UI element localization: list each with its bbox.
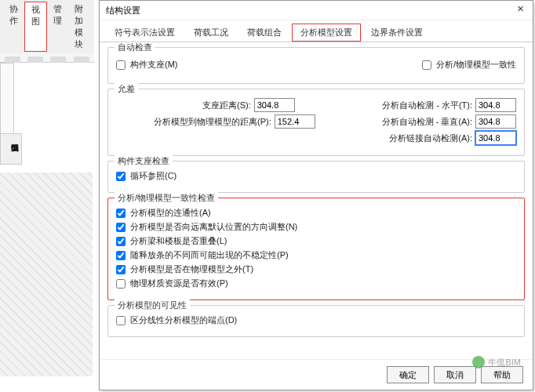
side-edit-type[interactable]: 编辑类型 — [0, 133, 22, 165]
chk-overlap[interactable]: 分析梁和楼板是否重叠(L) — [116, 235, 516, 247]
ribbon-tab-manage[interactable]: 管理 — [47, 2, 68, 52]
ribbon-tab-addins[interactable]: 附加模块 — [68, 2, 91, 52]
ribbon-tab-view[interactable]: 视图 — [24, 2, 47, 52]
ribbon: 协作 视图 管理 附加模块 清除未使用 项目单位 结构设置 MEP设置 — [0, 0, 94, 63]
param-link-auto: 分析链接自动检测(A): — [389, 131, 516, 145]
tab-loadcase[interactable]: 荷载工况 — [185, 24, 237, 42]
param-auto-v: 分析自动检测 - 垂直(A): — [382, 114, 517, 129]
input-auto-h[interactable] — [475, 98, 516, 112]
chk-material[interactable]: 物理材质资源是否有效(P) — [116, 278, 516, 289]
input-link-auto[interactable] — [475, 131, 516, 145]
dialog-footer: 确定 取消 帮助 — [100, 359, 533, 390]
input-model-dist[interactable] — [275, 114, 315, 129]
group-title-tolerance: 允差 — [115, 83, 138, 95]
ribbon-tab-collab[interactable]: 协作 — [3, 2, 24, 52]
watermark: 牛侃BIM — [472, 356, 521, 368]
group-title-visibility: 分析模型的可见性 — [115, 299, 190, 311]
param-model-dist: 分析模型到物理模型的距离(P): — [154, 114, 315, 129]
wechat-icon — [472, 356, 485, 368]
chk-instability[interactable]: 随释放条的不同而可能出现的不稳定性(P) — [116, 249, 516, 261]
tab-symbol[interactable]: 符号表示法设置 — [106, 24, 184, 42]
chk-adjust[interactable]: 分析模型是否向远离默认位置的方向调整(N) — [116, 221, 516, 233]
dialog-title: 结构设置 — [106, 5, 140, 16]
chk-outside[interactable]: 分析模型是否在物理模型之外(T) — [116, 263, 516, 275]
group-support-check: 构件支座检查 循环参照(C) — [107, 161, 525, 193]
cancel-button[interactable]: 取消 — [434, 366, 476, 383]
tab-analytical[interactable]: 分析模型设置 — [292, 24, 361, 42]
group-title-consistency: 分析/物理模型一致性检查 — [115, 192, 218, 204]
close-icon[interactable]: ✕ — [514, 4, 526, 16]
dialog-tabs: 符号表示法设置 荷载工况 荷载组合 分析模型设置 边界条件设置 — [100, 20, 533, 42]
group-tolerance: 允差 支座距离(S): 分析自动检测 - 水平(T): 分析模型到物理模型的距离… — [107, 89, 525, 156]
chk-member-support[interactable]: 构件支座(M) — [116, 59, 178, 71]
dialog-body: 自动检查 构件支座(M) 分析/物理模型一致性 允差 支座距离(S): 分析自动… — [100, 42, 533, 359]
param-support-dist: 支座距离(S): — [202, 98, 295, 112]
group-title-support-check: 构件支座检查 — [115, 155, 173, 167]
ribbon-tabs: 协作 视图 管理 附加模块 — [0, 0, 94, 53]
input-auto-v[interactable] — [475, 114, 516, 129]
group-title-autocheck: 自动检查 — [115, 42, 155, 53]
chk-connectivity[interactable]: 分析模型的连通性(A) — [116, 207, 516, 219]
tab-loadcombo[interactable]: 荷载组合 — [238, 24, 290, 42]
dialog-titlebar: 结构设置 ✕ — [100, 1, 533, 20]
group-consistency: 分析/物理模型一致性检查 分析模型的连通性(A) 分析模型是否向远离默认位置的方… — [107, 198, 525, 300]
model-3d — [0, 172, 93, 376]
help-button[interactable]: 帮助 — [481, 366, 523, 383]
chk-circular[interactable]: 循环参照(C) — [116, 170, 516, 182]
structural-settings-dialog: 结构设置 ✕ 符号表示法设置 荷载工况 荷载组合 分析模型设置 边界条件设置 自… — [99, 0, 533, 390]
tab-boundary[interactable]: 边界条件设置 — [362, 24, 431, 42]
chk-consistency-auto[interactable]: 分析/物理模型一致性 — [422, 59, 516, 71]
ok-button[interactable]: 确定 — [387, 366, 429, 383]
input-support-dist[interactable] — [254, 98, 295, 112]
group-visibility: 分析模型的可见性 区分线性分析模型的端点(D) — [107, 305, 525, 337]
param-auto-h: 分析自动检测 - 水平(T): — [382, 98, 516, 112]
chk-diff-endpoints[interactable]: 区分线性分析模型的端点(D) — [116, 314, 516, 326]
group-autocheck: 自动检查 构件支座(M) 分析/物理模型一致性 — [107, 47, 525, 84]
